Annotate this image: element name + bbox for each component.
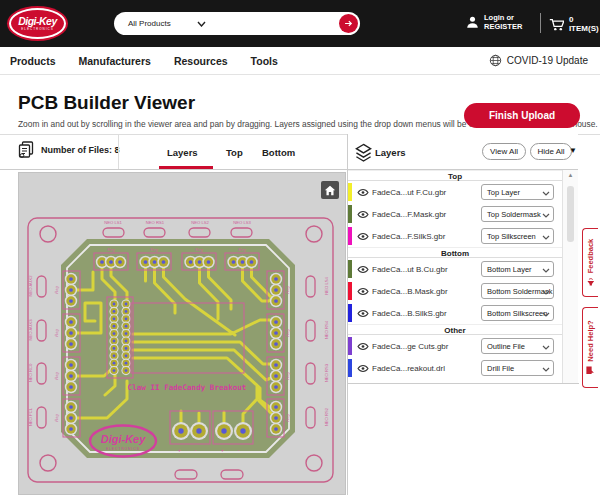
divider (118, 135, 119, 169)
layer-row: FadeCa...F.SilkS.gbr Top Silkscreen (348, 225, 562, 247)
polarity-marks: + - (221, 447, 246, 453)
layer-row: FadeCa...reakout.drl Drill File (348, 357, 562, 379)
layer-row: FadeCa...ut B.Cu.gbr Bottom Layer (348, 258, 562, 280)
speech-bubble-icon (586, 366, 595, 375)
nav-manufacturers[interactable]: Manufacturers (79, 55, 151, 67)
chevron-down-icon (542, 235, 550, 240)
layer-assignment-select[interactable]: Outline File (481, 338, 554, 354)
eye-visibility-icon[interactable] (357, 210, 369, 219)
need-help-label: Need Help? (586, 320, 595, 361)
scrollbar-thumb[interactable] (567, 186, 574, 242)
number-of-files: Number of Files: 8 (18, 141, 120, 158)
nav-resources[interactable]: Resources (174, 55, 228, 67)
board-label: NEO RC0 (28, 363, 33, 382)
cart-icon (549, 17, 564, 32)
layer-assignment-select[interactable]: Top Silkscreen (481, 228, 554, 244)
section-header-bottom: Bottom (348, 247, 562, 258)
feedback-label: Feedback (586, 239, 595, 274)
pcb-board-svg[interactable]: NEO LS1 NEO RS1 NEO LS2 NEO LS3 NEO AUX2… (19, 173, 347, 495)
layer-assignment-select[interactable]: Top Layer (481, 184, 554, 200)
page-title: PCB Builder Viewer (18, 92, 195, 114)
collapse-panel-caret[interactable]: ▼ (569, 146, 577, 155)
svg-text:ELECTRONICS: ELECTRONICS (106, 447, 140, 451)
header-divider (540, 13, 541, 33)
reg-label: Reg (54, 414, 59, 422)
hide-all-button[interactable]: Hide All (530, 143, 572, 160)
search-submit-button[interactable] (339, 14, 358, 33)
layer-file-name: FadeCa...B.SilkS.gbr (372, 309, 447, 318)
board-label: NEO AUX2 (28, 275, 33, 297)
finish-upload-button[interactable]: Finish Upload (464, 103, 580, 128)
view-all-button[interactable]: View All (482, 143, 526, 160)
layer-file-name: FadeCa...reakout.drl (372, 364, 445, 373)
eye-visibility-icon[interactable] (357, 309, 369, 318)
login-register[interactable]: Login or REGISTER (466, 13, 522, 31)
eye-visibility-icon[interactable] (357, 265, 369, 274)
eye-visibility-icon[interactable] (357, 342, 369, 351)
need-help-tab[interactable]: Need Help? (582, 307, 598, 388)
login-line1: Login or (484, 13, 522, 22)
chevron-down-icon (542, 345, 550, 350)
layers-panel-title: Layers (375, 147, 406, 158)
layer-assignment-select[interactable]: Top Soldermask (481, 206, 554, 222)
panel-scrollbar[interactable]: ▲ (562, 170, 578, 383)
eye-visibility-icon[interactable] (357, 188, 369, 197)
home-icon (324, 185, 336, 196)
layer-assignment-select[interactable]: Bottom Soldermask (481, 283, 554, 299)
layer-file-name: FadeCa...F.Mask.gbr (372, 210, 446, 219)
chevron-down-icon (542, 268, 550, 273)
tab-top[interactable]: Top (226, 147, 243, 158)
files-count-label: Number of Files: 8 (41, 145, 120, 155)
layer-color-bar (348, 227, 352, 245)
layer-color-bar (348, 304, 352, 322)
board-title: Claw II FadeCandy Breakout (128, 383, 247, 392)
reg-label: Reg (195, 247, 203, 252)
digikey-logo[interactable]: Digi-Key ELECTRONICS (9, 8, 66, 39)
board-label: NEO RS3 (324, 363, 329, 382)
covid-update-link[interactable]: COVID-19 Update (489, 54, 588, 67)
reg-label: Reg (285, 372, 290, 380)
scroll-up-arrow[interactable]: ▲ (563, 172, 578, 178)
cart-button[interactable]: 0 ITEM(S) (549, 15, 600, 33)
files-icon (18, 141, 34, 158)
logo-text: Digi-Key (18, 16, 57, 27)
search-bar[interactable]: All Products (114, 12, 360, 35)
board-label: NEO AUX3 (28, 319, 33, 341)
layer-color-bar (348, 359, 352, 377)
layer-assignment-select[interactable]: Drill File (481, 360, 554, 376)
search-category-select[interactable]: All Products (128, 19, 171, 28)
board-label: NEO LS4 (324, 276, 329, 294)
layer-file-name: FadeCa...ut B.Cu.gbr (372, 265, 448, 274)
home-reset-view-button[interactable] (321, 181, 339, 199)
eye-visibility-icon[interactable] (357, 364, 369, 373)
nav-products[interactable]: Products (10, 55, 56, 67)
reg-label: Reg (285, 329, 290, 337)
board-label: NEO PCL (28, 407, 33, 426)
layer-color-bar (348, 282, 352, 300)
layer-color-bar (348, 205, 352, 223)
svg-text:Digi-Key: Digi-Key (101, 433, 147, 445)
board-label: NEO RS1 (146, 220, 165, 225)
feedback-tab[interactable]: Feedback (582, 228, 598, 297)
eye-visibility-icon[interactable] (357, 287, 369, 296)
layer-row: FadeCa...ut F.Cu.gbr Top Layer (348, 181, 562, 203)
divider (0, 169, 347, 170)
divider (348, 383, 579, 384)
covid-label: COVID-19 Update (507, 55, 588, 66)
tab-bottom[interactable]: Bottom (262, 147, 295, 158)
nav-tools[interactable]: Tools (251, 55, 278, 67)
layer-assignment-select[interactable]: Bottom Silkscreen (481, 305, 554, 321)
layer-file-name: FadeCa...F.SilkS.gbr (372, 232, 445, 241)
layers-panel-header: Layers View All Hide All ▼ (348, 134, 578, 170)
reg-label: Reg (150, 247, 158, 252)
logo-subtext: ELECTRONICS (21, 28, 53, 31)
eye-visibility-icon[interactable] (357, 232, 369, 241)
login-line2: REGISTER (484, 22, 522, 31)
tab-layers[interactable]: Layers (167, 147, 198, 158)
section-header-other: Other (348, 324, 562, 335)
chevron-down-icon[interactable] (197, 21, 206, 27)
arrow-right-icon (343, 18, 354, 29)
board-label: NEO LS3 (233, 220, 251, 225)
pcb-viewer[interactable]: NEO LS1 NEO RS1 NEO LS2 NEO LS3 NEO AUX2… (18, 172, 346, 495)
layer-assignment-select[interactable]: Bottom Layer (481, 261, 554, 277)
